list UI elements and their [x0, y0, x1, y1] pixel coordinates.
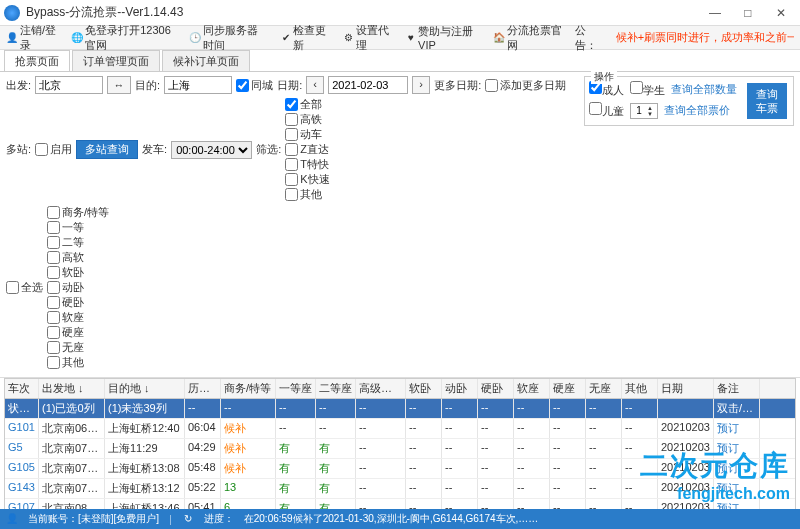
table-row[interactable]: G143北京南07:50上海虹桥13:1205:2213有有----------… — [5, 479, 795, 499]
col-header-11[interactable]: 软座 — [514, 379, 550, 398]
query-remain-link[interactable]: 查询全部数量 — [671, 82, 737, 97]
col-header-7[interactable]: 高级软卧 — [356, 379, 406, 398]
seat-filter-7[interactable] — [47, 311, 60, 324]
col-header-10[interactable]: 硬卧 — [478, 379, 514, 398]
seat-filter-5[interactable] — [47, 281, 60, 294]
date-prev-button[interactable]: ‹ — [306, 76, 324, 94]
globe-icon: 🌐 — [71, 32, 83, 44]
date-label: 日期: — [277, 78, 302, 93]
seat-filter-9[interactable] — [47, 341, 60, 354]
date-next-button[interactable]: › — [412, 76, 430, 94]
to-input[interactable] — [164, 76, 232, 94]
user-status-icon: 👤 — [6, 513, 18, 525]
type-filter-4[interactable] — [285, 158, 298, 171]
close-button[interactable]: ✕ — [766, 6, 796, 20]
check-icon: ✔ — [281, 32, 291, 44]
multi-enable-checkbox[interactable] — [35, 143, 48, 156]
col-header-8[interactable]: 软卧 — [406, 379, 442, 398]
tab-houbu-orders[interactable]: 候补订单页面 — [162, 50, 250, 71]
seat-filter-8[interactable] — [47, 326, 60, 339]
gear-icon: ⚙ — [343, 32, 353, 44]
refresh-icon: ↻ — [182, 513, 194, 525]
col-header-5[interactable]: 一等座 — [276, 379, 316, 398]
to-label: 目的: — [135, 78, 160, 93]
from-input[interactable] — [35, 76, 103, 94]
bypass-site-link[interactable]: 🏠分流抢票官网 — [493, 23, 563, 53]
open-12306-link[interactable]: 🌐免登录打开12306官网 — [71, 23, 177, 53]
samecity-checkbox[interactable] — [236, 79, 249, 92]
type-filter-0[interactable] — [285, 98, 298, 111]
account-status: 当前账号：[未登陆][免费用户] — [28, 512, 159, 526]
tab-ticket[interactable]: 抢票页面 — [4, 50, 70, 71]
type-filter-3[interactable] — [285, 143, 298, 156]
col-header-0[interactable]: 车次 — [5, 379, 39, 398]
table-row[interactable]: G105北京南07:20上海虹桥13:0805:48候补有有----------… — [5, 459, 795, 479]
table-row[interactable]: G5北京南07:00上海11:2904:29候补有有--------------… — [5, 439, 795, 459]
addmoredate-checkbox[interactable] — [485, 79, 498, 92]
student-checkbox[interactable] — [630, 81, 643, 94]
seat-filter-3[interactable] — [47, 251, 60, 264]
window-title: Bypass-分流抢票--Ver1.14.43 — [26, 4, 700, 21]
child-count-spinner[interactable]: ▲▼ — [630, 103, 658, 119]
type-filter-5[interactable] — [285, 173, 298, 186]
col-header-12[interactable]: 硬座 — [550, 379, 586, 398]
notice-text: 候补+刷票同时进行，成功率和之前一样！ — [616, 30, 794, 45]
child-checkbox[interactable] — [589, 102, 602, 115]
train-table: 车次出发地 ↓目的地 ↓历时 ↓商务/特等一等座二等座高级软卧软卧动卧硬卧软座硬… — [4, 378, 796, 529]
statusbar: 👤 当前账号：[未登陆][免费用户] | ↻ 进度： 在20:06:59候补了2… — [0, 509, 800, 529]
set-proxy-link[interactable]: ⚙设置代理 — [343, 23, 394, 53]
selectall-checkbox[interactable] — [6, 281, 19, 294]
multi-query-button[interactable]: 多站查询 — [76, 140, 138, 159]
from-label: 出发: — [6, 78, 31, 93]
swap-button[interactable]: ↔ — [107, 76, 131, 94]
moredate-label: 更多日期: — [434, 78, 481, 93]
vip-link[interactable]: ♥赞助与注册VIP — [406, 24, 482, 51]
type-filter-2[interactable] — [285, 128, 298, 141]
check-update-link[interactable]: ✔检查更新 — [281, 23, 332, 53]
depart-label: 发车: — [142, 142, 167, 157]
seat-filter-1[interactable] — [47, 221, 60, 234]
col-header-3[interactable]: 历时 ↓ — [185, 379, 221, 398]
col-header-13[interactable]: 无座 — [586, 379, 622, 398]
tab-orders[interactable]: 订单管理页面 — [72, 50, 160, 71]
top-toolbar: 👤注销/登录 🌐免登录打开12306官网 🕒同步服务器时间 ✔检查更新 ⚙设置代… — [0, 26, 800, 50]
seat-filter-6[interactable] — [47, 296, 60, 309]
minimize-button[interactable]: — — [700, 6, 730, 20]
logout-link[interactable]: 👤注销/登录 — [6, 23, 59, 53]
col-header-9[interactable]: 动卧 — [442, 379, 478, 398]
seat-filter-0[interactable] — [47, 206, 60, 219]
type-filter-6[interactable] — [285, 188, 298, 201]
col-header-6[interactable]: 二等座 — [316, 379, 356, 398]
col-header-15[interactable]: 日期 — [658, 379, 714, 398]
query-tickets-button[interactable]: 查询车票 — [747, 83, 787, 119]
date-input[interactable] — [328, 76, 408, 94]
seat-filter-2[interactable] — [47, 236, 60, 249]
multi-label: 多站: — [6, 142, 31, 157]
ops-box: 操作 成人 学生 查询全部数量 儿童 ▲▼ 查询全部票价 查询车票 — [584, 76, 794, 126]
main-tabs: 抢票页面 订单管理页面 候补订单页面 — [0, 50, 800, 72]
progress-label: 进度： — [204, 512, 234, 526]
col-header-14[interactable]: 其他 — [622, 379, 658, 398]
depart-select[interactable]: 00:00-24:00 — [171, 141, 252, 159]
col-header-16[interactable]: 备注 — [714, 379, 760, 398]
clock-icon: 🕒 — [189, 32, 201, 44]
seat-filter-4[interactable] — [47, 266, 60, 279]
type-filter-1[interactable] — [285, 113, 298, 126]
status-row[interactable]: 状态栏(1)已选0列(1)未选39列----------------------… — [5, 399, 795, 419]
user-icon: 👤 — [6, 32, 18, 44]
notice-label: 公告： — [575, 23, 604, 53]
filter-label: 筛选: — [256, 142, 281, 157]
status-message: 在20:06:59候补了2021-01-30,深圳北-阆中,G6144,G617… — [244, 512, 539, 526]
seat-filter-10[interactable] — [47, 356, 60, 369]
sync-time-link[interactable]: 🕒同步服务器时间 — [189, 23, 268, 53]
col-header-1[interactable]: 出发地 ↓ — [39, 379, 105, 398]
table-header: 车次出发地 ↓目的地 ↓历时 ↓商务/特等一等座二等座高级软卧软卧动卧硬卧软座硬… — [5, 379, 795, 399]
heart-icon: ♥ — [406, 32, 416, 44]
app-icon — [4, 5, 20, 21]
col-header-4[interactable]: 商务/特等 — [221, 379, 276, 398]
query-price-link[interactable]: 查询全部票价 — [664, 103, 730, 118]
table-row[interactable]: G101北京南06:36上海虹桥12:4006:04候补------------… — [5, 419, 795, 439]
maximize-button[interactable]: □ — [733, 6, 763, 20]
search-area: 出发: ↔ 目的: 同城 日期: ‹ › 更多日期: 添加更多日期 多站: 启用… — [0, 72, 800, 378]
col-header-2[interactable]: 目的地 ↓ — [105, 379, 185, 398]
